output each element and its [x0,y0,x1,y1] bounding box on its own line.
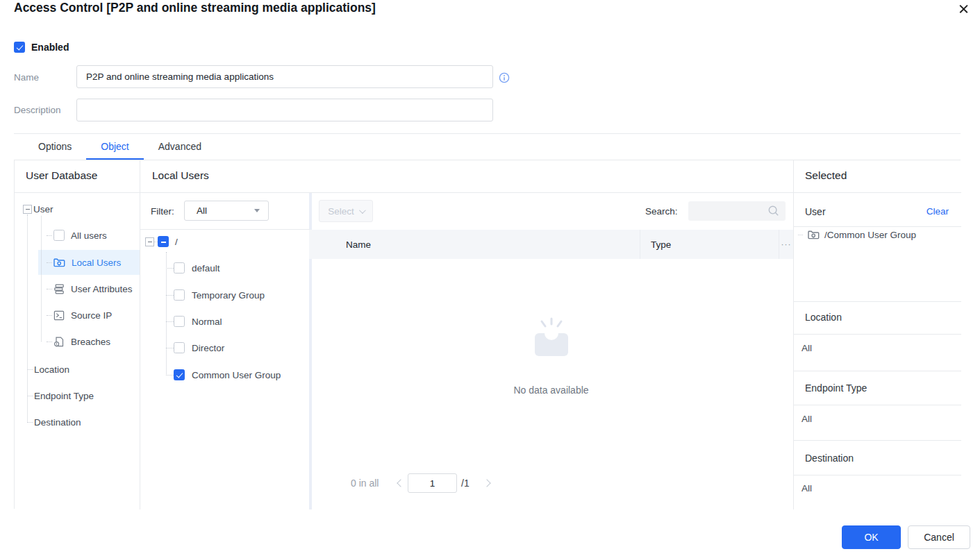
local-users-title: Local Users [152,169,209,182]
chevron-left-icon[interactable] [397,479,404,487]
attributes-icon [53,284,65,294]
select-button[interactable]: Select [319,200,373,222]
info-icon [499,72,510,83]
pagination-total: 0 in all [351,478,379,489]
tree-node-group-common[interactable]: Common User Group [166,362,281,387]
section-location-label: Location [805,312,842,323]
enabled-checkbox[interactable] [14,42,25,53]
tree-node-breaches[interactable]: Breaches [47,329,110,354]
divider [794,226,961,227]
folder-search-icon [808,230,820,240]
enabled-row: Enabled [14,42,69,53]
tree-node-user-attributes[interactable]: User Attributes [47,276,133,301]
empty-state: No data available [309,317,793,396]
caret-down-icon [254,209,260,212]
empty-text: No data available [309,385,793,396]
tree-node-destination[interactable]: Destination [27,410,81,435]
all-users-checkbox[interactable] [53,230,65,241]
ok-button[interactable]: OK [842,525,901,549]
panel-header-row: User Database Local Users Selected [15,160,961,193]
enabled-label: Enabled [31,42,69,53]
tab-bar: Options Object Advanced [14,133,961,160]
divider [794,440,961,441]
tab-options[interactable]: Options [24,134,86,160]
clear-link[interactable]: Clear [927,206,949,217]
tree-guide [41,216,42,342]
divider [794,334,961,335]
folder-search-icon [53,258,65,268]
search-icon[interactable] [767,205,780,217]
tree-node-location[interactable]: Location [27,357,69,382]
object-panels: User Database Local Users Selected User … [14,160,961,509]
chevron-down-icon [359,207,366,214]
breach-report-icon [53,337,65,347]
chevron-right-icon[interactable] [483,479,490,487]
tree-node-user[interactable]: User [23,196,53,221]
divider [794,475,961,475]
section-destination-value: All [802,483,812,494]
column-type[interactable]: Type [640,230,779,259]
selected-title: Selected [805,169,847,182]
cancel-button[interactable]: Cancel [908,525,970,549]
page-total: /1 [461,478,470,489]
section-endpoint-type-label: Endpoint Type [805,382,867,394]
description-label: Description [14,105,61,115]
group-checkbox[interactable] [174,289,185,301]
divider [794,405,961,405]
filter-select[interactable]: All [184,201,269,221]
group-checkbox[interactable] [174,262,185,273]
tree-node-group-normal[interactable]: Normal [166,309,222,334]
terminal-icon [53,310,65,321]
search-label: Search: [645,206,678,217]
pagination: 0 in all /1 [309,471,793,496]
tab-advanced[interactable]: Advanced [144,134,216,160]
description-input[interactable] [76,99,493,121]
group-checkbox[interactable] [174,342,185,353]
page-input[interactable] [408,473,457,493]
name-label: Name [14,72,39,83]
selected-user-item[interactable]: /Common User Group [798,230,916,240]
dialog-title: Access Control [P2P and online streaming… [14,1,376,15]
group-checkbox[interactable] [174,369,185,380]
section-endpoint-type-value: All [802,414,812,424]
tree-node-group-default[interactable]: default [166,255,220,280]
table-header: Name Type ··· [309,230,793,259]
empty-inbox-icon [524,317,579,364]
tree-node-root-group[interactable]: / [145,229,178,254]
selected-user-label: User [805,206,826,217]
collapse-icon[interactable] [145,237,154,246]
divider [794,301,961,302]
search-input[interactable] [695,206,767,217]
tree-node-group-temporary[interactable]: Temporary Group [166,283,265,308]
tree-node-source-ip[interactable]: Source IP [47,303,112,328]
divider [793,160,794,509]
divider [140,160,140,509]
tab-object[interactable]: Object [86,134,143,160]
search-box[interactable] [688,201,786,221]
column-name[interactable]: Name [340,239,640,250]
divider [794,371,961,371]
user-database-title: User Database [26,169,97,182]
filter-label: Filter: [151,206,174,217]
section-destination-label: Destination [805,453,854,464]
section-location-value: All [802,343,812,353]
column-settings-icon[interactable]: ··· [779,230,793,259]
collapse-icon[interactable] [23,205,32,214]
tree-node-all-users[interactable]: All users [47,223,107,248]
root-group-checkbox[interactable] [158,236,169,247]
name-input[interactable] [76,65,493,88]
close-icon[interactable] [958,3,970,15]
tree-node-endpoint-type[interactable]: Endpoint Type [27,383,94,408]
group-checkbox[interactable] [174,316,185,327]
tree-node-group-director[interactable]: Director [166,335,224,360]
tree-node-local-users[interactable]: Local Users [47,250,121,275]
